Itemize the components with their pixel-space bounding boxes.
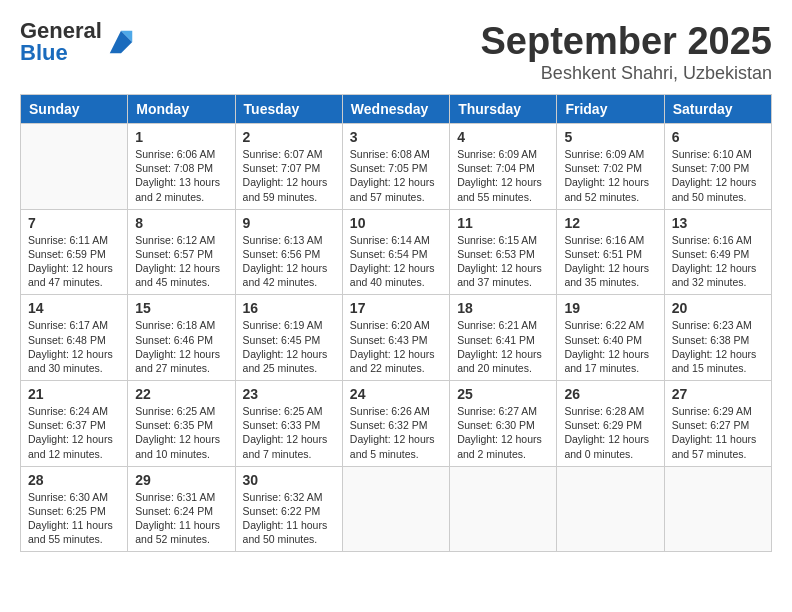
- day-info: Sunrise: 6:16 AM Sunset: 6:49 PM Dayligh…: [672, 233, 764, 290]
- day-number: 20: [672, 300, 764, 316]
- calendar-cell: 19Sunrise: 6:22 AM Sunset: 6:40 PM Dayli…: [557, 295, 664, 381]
- calendar-cell: [557, 466, 664, 552]
- location-subtitle: Beshkent Shahri, Uzbekistan: [481, 63, 773, 84]
- day-info: Sunrise: 6:20 AM Sunset: 6:43 PM Dayligh…: [350, 318, 442, 375]
- header: General Blue September 2025 Beshkent Sha…: [20, 20, 772, 84]
- logo: General Blue: [20, 20, 136, 64]
- day-number: 2: [243, 129, 335, 145]
- calendar-cell: 29Sunrise: 6:31 AM Sunset: 6:24 PM Dayli…: [128, 466, 235, 552]
- day-number: 26: [564, 386, 656, 402]
- day-number: 8: [135, 215, 227, 231]
- day-info: Sunrise: 6:28 AM Sunset: 6:29 PM Dayligh…: [564, 404, 656, 461]
- calendar-cell: 15Sunrise: 6:18 AM Sunset: 6:46 PM Dayli…: [128, 295, 235, 381]
- calendar-cell: 16Sunrise: 6:19 AM Sunset: 6:45 PM Dayli…: [235, 295, 342, 381]
- day-number: 4: [457, 129, 549, 145]
- day-number: 18: [457, 300, 549, 316]
- day-info: Sunrise: 6:09 AM Sunset: 7:02 PM Dayligh…: [564, 147, 656, 204]
- day-info: Sunrise: 6:18 AM Sunset: 6:46 PM Dayligh…: [135, 318, 227, 375]
- weekday-header-sunday: Sunday: [21, 95, 128, 124]
- calendar-cell: [450, 466, 557, 552]
- day-number: 17: [350, 300, 442, 316]
- calendar-week-1: 1Sunrise: 6:06 AM Sunset: 7:08 PM Daylig…: [21, 124, 772, 210]
- calendar-cell: [342, 466, 449, 552]
- day-info: Sunrise: 6:25 AM Sunset: 6:33 PM Dayligh…: [243, 404, 335, 461]
- day-info: Sunrise: 6:19 AM Sunset: 6:45 PM Dayligh…: [243, 318, 335, 375]
- calendar-cell: 11Sunrise: 6:15 AM Sunset: 6:53 PM Dayli…: [450, 209, 557, 295]
- day-info: Sunrise: 6:16 AM Sunset: 6:51 PM Dayligh…: [564, 233, 656, 290]
- day-number: 23: [243, 386, 335, 402]
- weekday-header-tuesday: Tuesday: [235, 95, 342, 124]
- day-info: Sunrise: 6:23 AM Sunset: 6:38 PM Dayligh…: [672, 318, 764, 375]
- day-number: 22: [135, 386, 227, 402]
- day-number: 9: [243, 215, 335, 231]
- day-info: Sunrise: 6:09 AM Sunset: 7:04 PM Dayligh…: [457, 147, 549, 204]
- day-info: Sunrise: 6:12 AM Sunset: 6:57 PM Dayligh…: [135, 233, 227, 290]
- calendar-cell: 24Sunrise: 6:26 AM Sunset: 6:32 PM Dayli…: [342, 381, 449, 467]
- day-number: 1: [135, 129, 227, 145]
- day-number: 29: [135, 472, 227, 488]
- day-info: Sunrise: 6:27 AM Sunset: 6:30 PM Dayligh…: [457, 404, 549, 461]
- calendar-table: SundayMondayTuesdayWednesdayThursdayFrid…: [20, 94, 772, 552]
- calendar-cell: [21, 124, 128, 210]
- day-info: Sunrise: 6:26 AM Sunset: 6:32 PM Dayligh…: [350, 404, 442, 461]
- page-title: September 2025: [481, 20, 773, 63]
- day-number: 21: [28, 386, 120, 402]
- calendar-cell: 6Sunrise: 6:10 AM Sunset: 7:00 PM Daylig…: [664, 124, 771, 210]
- calendar-week-5: 28Sunrise: 6:30 AM Sunset: 6:25 PM Dayli…: [21, 466, 772, 552]
- calendar-cell: 5Sunrise: 6:09 AM Sunset: 7:02 PM Daylig…: [557, 124, 664, 210]
- calendar-cell: [664, 466, 771, 552]
- day-info: Sunrise: 6:14 AM Sunset: 6:54 PM Dayligh…: [350, 233, 442, 290]
- calendar-cell: 1Sunrise: 6:06 AM Sunset: 7:08 PM Daylig…: [128, 124, 235, 210]
- calendar-cell: 18Sunrise: 6:21 AM Sunset: 6:41 PM Dayli…: [450, 295, 557, 381]
- calendar-cell: 7Sunrise: 6:11 AM Sunset: 6:59 PM Daylig…: [21, 209, 128, 295]
- calendar-cell: 21Sunrise: 6:24 AM Sunset: 6:37 PM Dayli…: [21, 381, 128, 467]
- calendar-cell: 25Sunrise: 6:27 AM Sunset: 6:30 PM Dayli…: [450, 381, 557, 467]
- calendar-cell: 9Sunrise: 6:13 AM Sunset: 6:56 PM Daylig…: [235, 209, 342, 295]
- day-number: 13: [672, 215, 764, 231]
- day-info: Sunrise: 6:07 AM Sunset: 7:07 PM Dayligh…: [243, 147, 335, 204]
- day-number: 5: [564, 129, 656, 145]
- day-number: 27: [672, 386, 764, 402]
- calendar-cell: 4Sunrise: 6:09 AM Sunset: 7:04 PM Daylig…: [450, 124, 557, 210]
- weekday-header-saturday: Saturday: [664, 95, 771, 124]
- day-number: 30: [243, 472, 335, 488]
- calendar-cell: 17Sunrise: 6:20 AM Sunset: 6:43 PM Dayli…: [342, 295, 449, 381]
- day-number: 11: [457, 215, 549, 231]
- day-info: Sunrise: 6:22 AM Sunset: 6:40 PM Dayligh…: [564, 318, 656, 375]
- weekday-header-thursday: Thursday: [450, 95, 557, 124]
- day-number: 16: [243, 300, 335, 316]
- day-info: Sunrise: 6:21 AM Sunset: 6:41 PM Dayligh…: [457, 318, 549, 375]
- day-info: Sunrise: 6:31 AM Sunset: 6:24 PM Dayligh…: [135, 490, 227, 547]
- title-area: September 2025 Beshkent Shahri, Uzbekist…: [481, 20, 773, 84]
- calendar-cell: 23Sunrise: 6:25 AM Sunset: 6:33 PM Dayli…: [235, 381, 342, 467]
- day-number: 19: [564, 300, 656, 316]
- calendar-cell: 20Sunrise: 6:23 AM Sunset: 6:38 PM Dayli…: [664, 295, 771, 381]
- weekday-header-row: SundayMondayTuesdayWednesdayThursdayFrid…: [21, 95, 772, 124]
- calendar-cell: 3Sunrise: 6:08 AM Sunset: 7:05 PM Daylig…: [342, 124, 449, 210]
- calendar-week-4: 21Sunrise: 6:24 AM Sunset: 6:37 PM Dayli…: [21, 381, 772, 467]
- day-info: Sunrise: 6:30 AM Sunset: 6:25 PM Dayligh…: [28, 490, 120, 547]
- logo-blue-text: Blue: [20, 40, 68, 65]
- day-number: 24: [350, 386, 442, 402]
- day-info: Sunrise: 6:11 AM Sunset: 6:59 PM Dayligh…: [28, 233, 120, 290]
- calendar-cell: 26Sunrise: 6:28 AM Sunset: 6:29 PM Dayli…: [557, 381, 664, 467]
- day-info: Sunrise: 6:29 AM Sunset: 6:27 PM Dayligh…: [672, 404, 764, 461]
- calendar-cell: 28Sunrise: 6:30 AM Sunset: 6:25 PM Dayli…: [21, 466, 128, 552]
- day-info: Sunrise: 6:08 AM Sunset: 7:05 PM Dayligh…: [350, 147, 442, 204]
- day-info: Sunrise: 6:24 AM Sunset: 6:37 PM Dayligh…: [28, 404, 120, 461]
- calendar-cell: 30Sunrise: 6:32 AM Sunset: 6:22 PM Dayli…: [235, 466, 342, 552]
- day-info: Sunrise: 6:17 AM Sunset: 6:48 PM Dayligh…: [28, 318, 120, 375]
- logo-icon: [106, 27, 136, 57]
- calendar-cell: 22Sunrise: 6:25 AM Sunset: 6:35 PM Dayli…: [128, 381, 235, 467]
- calendar-cell: 2Sunrise: 6:07 AM Sunset: 7:07 PM Daylig…: [235, 124, 342, 210]
- day-info: Sunrise: 6:13 AM Sunset: 6:56 PM Dayligh…: [243, 233, 335, 290]
- calendar-cell: 8Sunrise: 6:12 AM Sunset: 6:57 PM Daylig…: [128, 209, 235, 295]
- day-number: 3: [350, 129, 442, 145]
- day-number: 14: [28, 300, 120, 316]
- day-info: Sunrise: 6:15 AM Sunset: 6:53 PM Dayligh…: [457, 233, 549, 290]
- day-number: 28: [28, 472, 120, 488]
- day-info: Sunrise: 6:06 AM Sunset: 7:08 PM Dayligh…: [135, 147, 227, 204]
- weekday-header-monday: Monday: [128, 95, 235, 124]
- calendar-cell: 10Sunrise: 6:14 AM Sunset: 6:54 PM Dayli…: [342, 209, 449, 295]
- weekday-header-wednesday: Wednesday: [342, 95, 449, 124]
